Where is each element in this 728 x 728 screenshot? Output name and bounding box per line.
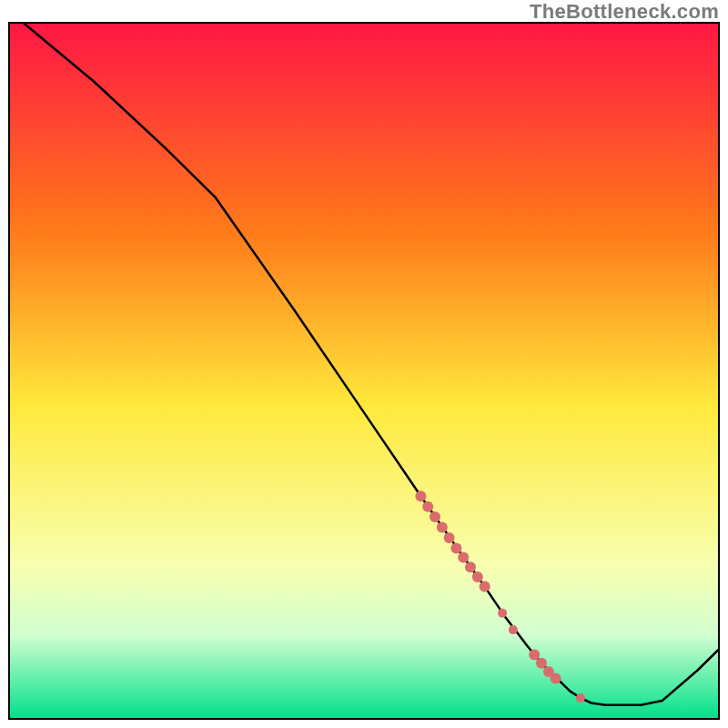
chart-canvas — [0, 0, 728, 728]
data-point — [472, 571, 483, 582]
data-point — [437, 522, 448, 533]
data-point — [430, 511, 440, 522]
data-point — [480, 581, 490, 592]
watermark-text: TheBottleneck.com — [530, 0, 719, 24]
data-point — [458, 552, 469, 563]
data-point — [498, 609, 507, 618]
data-point — [576, 693, 585, 703]
data-point — [529, 650, 540, 661]
data-point — [450, 543, 461, 554]
plot-background — [9, 23, 719, 719]
data-point — [465, 561, 476, 572]
data-point — [536, 658, 547, 669]
data-point — [444, 532, 455, 543]
data-point — [551, 673, 561, 684]
data-point — [415, 490, 426, 501]
data-point — [422, 501, 433, 512]
data-point — [509, 625, 518, 634]
